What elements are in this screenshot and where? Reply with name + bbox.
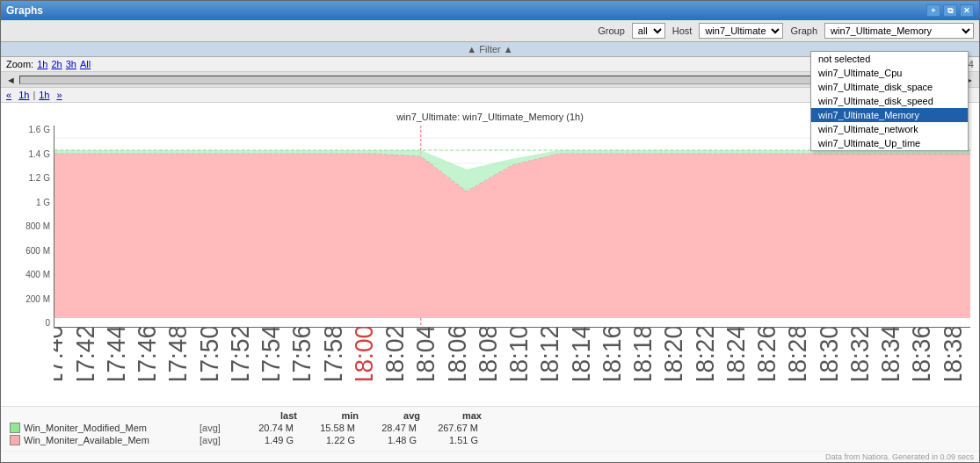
host-label: Host (672, 25, 693, 36)
legend-item-value: 1.22 G (301, 435, 362, 445)
legend-item-tag: [avg] (200, 423, 239, 433)
legend-color-box (10, 423, 20, 433)
svg-text:17:58: 17:58 (318, 328, 347, 380)
y-axis-label: 400 M (25, 271, 50, 279)
legend-col-header: min (304, 410, 366, 421)
svg-text:18:04: 18:04 (411, 328, 440, 380)
filter-label: ▲ Filter ▲ (467, 44, 512, 54)
legend-item-tag: [avg] (200, 435, 239, 445)
legend-row: Win_Moniter_Available_Mem[avg]1.49 G1.22… (10, 435, 970, 445)
y-axis-label: 200 M (25, 295, 50, 304)
svg-text:18:12: 18:12 (535, 328, 564, 380)
toolbar: Group all Host win7_Ultimate Graph win7_… (1, 20, 979, 42)
app-container: Graphs + ⧉ ✕ Group all Host win7_Ultimat… (0, 0, 980, 463)
scroll-left-button[interactable]: ◄ (6, 75, 16, 85)
graph-select[interactable]: win7_Ultimate_Memory (824, 23, 974, 39)
nav-next-next[interactable]: » (56, 90, 62, 100)
svg-text:18:10: 18:10 (505, 328, 534, 380)
dropdown-item[interactable]: win7_Ultimate_disk_space (811, 80, 968, 94)
zoom-all[interactable]: All (80, 59, 91, 69)
dropdown-item[interactable]: win7_Ultimate_network (811, 122, 968, 136)
svg-text:17:42: 17:42 (70, 328, 99, 380)
y-axis-label: 1.6 G (29, 126, 50, 134)
dropdown-item[interactable]: win7_Ultimate_Up_time (811, 136, 968, 150)
legend-item-value: 20.74 M (239, 423, 301, 433)
zoom-2h[interactable]: 2h (51, 59, 62, 69)
svg-text:18:20: 18:20 (659, 328, 688, 380)
legend-item-value: 1.49 G (239, 435, 301, 445)
chart-container: 1.6 G1.4 G1.2 G1 G800 M600 M400 M200 M0 (10, 126, 970, 328)
nav-next[interactable]: 1h (39, 90, 49, 100)
svg-text:18:14: 18:14 (566, 328, 595, 380)
y-axis-label: 800 M (25, 222, 50, 231)
svg-text:18:30: 18:30 (814, 328, 843, 380)
group-label: Group (598, 25, 625, 36)
svg-text:18:34: 18:34 (876, 328, 905, 380)
svg-text:18:18: 18:18 (628, 328, 657, 380)
y-axis-label: 600 M (25, 247, 50, 256)
zoom-label: Zoom: (6, 59, 33, 69)
svg-text:18:02: 18:02 (381, 328, 410, 380)
dropdown-item[interactable]: win7_Ultimate_disk_speed (811, 94, 968, 108)
main-content: win7_Ultimate: win7_Ultimate_Memory (1h)… (1, 103, 979, 462)
maximize-button[interactable]: + (926, 4, 940, 17)
window-title: Graphs (6, 4, 43, 17)
close-button[interactable]: ✕ (960, 4, 974, 17)
y-axis-label: 0 (45, 319, 50, 328)
group-select[interactable]: all (632, 23, 665, 39)
graph-label: Graph (790, 25, 817, 36)
legend-col-header: avg (366, 410, 427, 421)
svg-text:18:24: 18:24 (721, 328, 750, 380)
legend-item-value: 15.58 M (301, 423, 362, 433)
x-axis-svg: 17:4017:4217:4417:4617:4817:5017:5217:54… (54, 328, 970, 380)
y-axis: 1.6 G1.4 G1.2 G1 G800 M600 M400 M200 M0 (10, 126, 54, 328)
svg-text:18:22: 18:22 (690, 328, 719, 380)
dropdown-item[interactable]: win7_Ultimate_Memory (811, 108, 968, 122)
legend-header: lastminavgmax (243, 410, 970, 421)
svg-text:17:40: 17:40 (54, 328, 69, 380)
legend-col-header: max (427, 410, 489, 421)
legend-item-value: 267.67 M (424, 423, 485, 433)
svg-text:18:38: 18:38 (938, 328, 967, 380)
legend-col-header: last (243, 410, 304, 421)
legend-item-value: 1.51 G (424, 435, 485, 445)
svg-text:18:16: 18:16 (597, 328, 626, 380)
svg-text:17:44: 17:44 (101, 328, 130, 380)
y-axis-label: 1 G (36, 199, 50, 207)
svg-text:17:50: 17:50 (194, 328, 223, 380)
zoom-controls: Zoom: 1h 2h 3h All (6, 59, 91, 69)
dropdown-item[interactable]: not selected (811, 52, 968, 66)
dropdown-item[interactable]: win7_Ultimate_Cpu (811, 66, 968, 80)
x-axis-container: 17:4017:4217:4417:4617:4817:5017:5217:54… (54, 328, 970, 380)
chart-svg (54, 126, 970, 327)
svg-text:17:46: 17:46 (133, 328, 162, 380)
legend-item-value: 28.47 M (362, 423, 424, 433)
zoom-1h[interactable]: 1h (37, 59, 47, 69)
svg-text:18:06: 18:06 (442, 328, 471, 380)
svg-text:18:00: 18:00 (349, 328, 378, 380)
svg-text:17:56: 17:56 (287, 328, 316, 380)
titlebar-controls: + ⧉ ✕ (926, 4, 974, 17)
svg-text:18:36: 18:36 (907, 328, 936, 380)
zoom-3h[interactable]: 3h (66, 59, 76, 69)
svg-text:17:52: 17:52 (225, 328, 254, 380)
nav-prev-prev[interactable]: « (6, 90, 11, 100)
svg-text:18:26: 18:26 (752, 328, 781, 380)
y-axis-label: 1.2 G (29, 174, 50, 183)
svg-text:18:08: 18:08 (473, 328, 502, 380)
legend-item-name: Win_Moniter_Modified_Mem (24, 423, 200, 433)
legend-area: lastminavgmax Win_Moniter_Modified_Mem[a… (1, 406, 979, 451)
legend-color-box (10, 435, 20, 445)
graph-dropdown: not selectedwin7_Ultimate_Cpuwin7_Ultima… (810, 51, 969, 151)
nav-prev[interactable]: 1h (18, 90, 29, 100)
y-axis-label: 1.4 G (29, 150, 50, 159)
svg-marker-9 (54, 154, 970, 318)
restore-button[interactable]: ⧉ (943, 4, 957, 17)
nav-sep: | (33, 90, 35, 100)
svg-text:17:48: 17:48 (163, 328, 192, 380)
svg-text:18:28: 18:28 (783, 328, 812, 380)
svg-text:17:54: 17:54 (257, 328, 286, 380)
footer-note: Data from Natiora. Generated in 0.09 sec… (1, 451, 979, 462)
host-select[interactable]: win7_Ultimate (699, 23, 783, 39)
chart-inner (54, 126, 970, 328)
